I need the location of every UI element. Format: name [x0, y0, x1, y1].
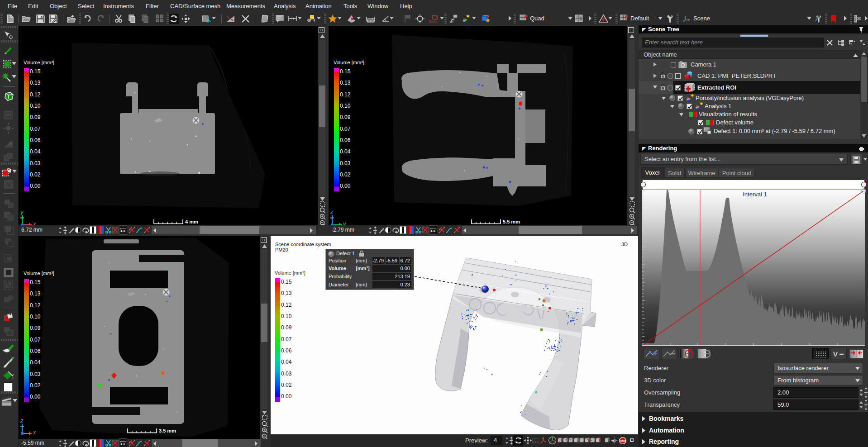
svg-text:V: V [833, 350, 838, 357]
svg-text:STOP: STOP [620, 440, 627, 442]
svg-text:y: y [343, 220, 347, 225]
svg-text:R: R [662, 75, 664, 78]
svg-text:5.5 mm: 5.5 mm [503, 219, 520, 224]
svg-text:Interval 1: Interval 1 [743, 191, 767, 198]
svg-text:x: x [33, 429, 36, 436]
svg-text:y: y [20, 209, 24, 215]
svg-text:4 mm: 4 mm [185, 219, 198, 224]
svg-text:3.5 mm: 3.5 mm [159, 428, 176, 433]
svg-text:x: x [33, 220, 36, 225]
svg-text:R: R [662, 87, 664, 90]
svg-text:z: z [20, 417, 24, 424]
svg-text:z: z [330, 209, 334, 215]
svg-text:Best: Best [429, 19, 438, 24]
